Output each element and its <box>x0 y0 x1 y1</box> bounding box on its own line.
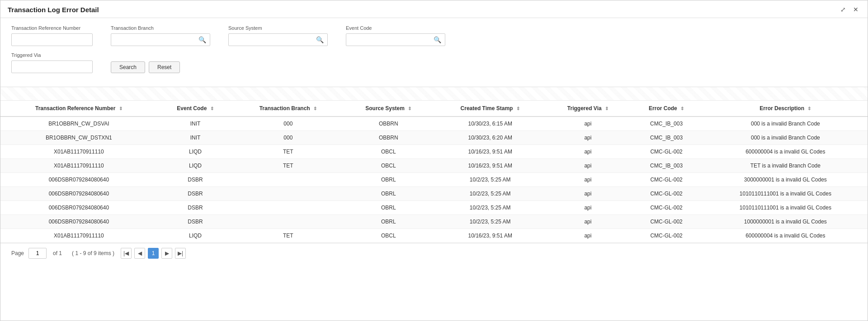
col-header-source: Source System ⇕ <box>343 101 434 116</box>
cell-trn: 006DSBR079284080640 <box>0 173 157 187</box>
sort-icon-trn[interactable]: ⇕ <box>119 106 123 111</box>
cell-triggered: api <box>546 215 629 229</box>
cell-triggered: api <box>546 201 629 215</box>
cell-error_desc: 600000004 is a invalid GL Codes <box>703 145 868 159</box>
source-input-wrapper: 🔍 <box>228 33 328 46</box>
col-header-event: Event Code ⇕ <box>157 101 234 116</box>
prev-page-button[interactable]: ◀ <box>134 248 145 259</box>
close-button[interactable]: ✕ <box>851 5 860 14</box>
cell-source: OBRL <box>343 187 434 201</box>
col-header-trn: Transaction Reference Number ⇕ <box>0 101 157 116</box>
table-row: X01AB11170911110LIQDTETOBCL10/16/23, 9:5… <box>0 229 868 243</box>
cell-trn: BR1OBBRN_CW_DSTXN1 <box>0 131 157 145</box>
cell-trn: X01AB11170911110 <box>0 229 157 243</box>
cell-error_code: CMC_IB_003 <box>630 116 703 131</box>
cell-source: OBRL <box>343 215 434 229</box>
cell-source: OBCL <box>343 229 434 243</box>
table-row: X01AB11170911110LIQDTETOBCL10/16/23, 9:5… <box>0 145 868 159</box>
first-page-button[interactable]: |◀ <box>121 248 132 259</box>
cell-branch: TET <box>233 229 343 243</box>
table-row: 006DSBR079284080640DSBROBRL10/2/23, 5:25… <box>0 201 868 215</box>
filter-group-event: Event Code 🔍 <box>346 25 445 46</box>
cell-error_desc: 1010110111001 is a invalid GL Codes <box>703 187 868 201</box>
cell-timestamp: 10/16/23, 9:51 AM <box>434 159 546 173</box>
table-row: 006DSBR079284080640DSBROBRL10/2/23, 5:25… <box>0 173 868 187</box>
branch-input-wrapper: 🔍 <box>111 33 210 46</box>
cell-triggered: api <box>546 229 629 243</box>
expand-button[interactable]: ⤢ <box>839 5 848 14</box>
sort-icon-event[interactable]: ⇕ <box>210 106 214 111</box>
cell-source: OBCL <box>343 159 434 173</box>
branch-input[interactable] <box>115 37 198 43</box>
current-page-button[interactable]: 1 <box>148 248 159 259</box>
event-search-icon[interactable]: 🔍 <box>433 36 442 43</box>
cell-trn: BR1OBBRN_CW_DSVAI <box>0 116 157 131</box>
cell-event_code: LIQD <box>157 159 234 173</box>
sort-icon-triggered[interactable]: ⇕ <box>605 106 609 111</box>
cell-triggered: api <box>546 145 629 159</box>
cell-error_code: CMC-GL-002 <box>630 229 703 243</box>
table-row: BR1OBBRN_CW_DSTXN1INIT000OBBRN10/30/23, … <box>0 131 868 145</box>
cell-source: OBBRN <box>343 131 434 145</box>
cell-trn: 006DSBR079284080640 <box>0 201 157 215</box>
table-row: X01AB11170911110LIQDTETOBCL10/16/23, 9:5… <box>0 159 868 173</box>
cell-timestamp: 10/2/23, 5:25 AM <box>434 187 546 201</box>
cell-trn: X01AB11170911110 <box>0 159 157 173</box>
source-input[interactable] <box>232 37 315 43</box>
col-header-error-code: Error Code ⇕ <box>630 101 703 116</box>
table-row: 006DSBR079284080640DSBROBRL10/2/23, 5:25… <box>0 187 868 201</box>
next-page-button[interactable]: ▶ <box>161 248 172 259</box>
cell-source: OBBRN <box>343 116 434 131</box>
cell-event_code: DSBR <box>157 173 234 187</box>
cell-timestamp: 10/2/23, 5:25 AM <box>434 215 546 229</box>
page-input[interactable] <box>28 248 47 259</box>
cell-branch <box>233 201 343 215</box>
cell-error_code: CMC-GL-002 <box>630 201 703 215</box>
page-info: ( 1 - 9 of 9 items ) <box>72 250 114 256</box>
sort-icon-error-desc[interactable]: ⇕ <box>807 106 811 111</box>
sort-icon-timestamp[interactable]: ⇕ <box>516 106 520 111</box>
sort-icon-error-code[interactable]: ⇕ <box>680 106 684 111</box>
cell-timestamp: 10/2/23, 5:25 AM <box>434 173 546 187</box>
cell-event_code: LIQD <box>157 145 234 159</box>
cell-triggered: api <box>546 159 629 173</box>
cell-error_desc: 3000000001 is a invalid GL Codes <box>703 173 868 187</box>
title-bar-actions: ⤢ ✕ <box>839 5 860 14</box>
sort-icon-branch[interactable]: ⇕ <box>313 106 317 111</box>
reset-button[interactable]: Reset <box>149 61 180 73</box>
cell-triggered: api <box>546 131 629 145</box>
cell-error_code: CMC-GL-002 <box>630 173 703 187</box>
window-title: Transaction Log Error Detail <box>8 6 99 14</box>
cell-timestamp: 10/30/23, 6:20 AM <box>434 131 546 145</box>
cell-event_code: DSBR <box>157 201 234 215</box>
cell-source: OBCL <box>343 145 434 159</box>
col-header-error-desc: Error Description ⇕ <box>703 101 868 116</box>
filters-section: Transaction Reference Number Transaction… <box>0 18 868 83</box>
branch-search-icon[interactable]: 🔍 <box>198 36 207 43</box>
triggered-label: Triggered Via <box>11 52 93 58</box>
of-label: of 1 <box>53 250 62 256</box>
table-row: BR1OBBRN_CW_DSVAIINIT000OBBRN10/30/23, 6… <box>0 116 868 131</box>
data-table: Transaction Reference Number ⇕ Event Cod… <box>0 101 868 243</box>
event-input[interactable] <box>350 37 433 43</box>
branch-label: Transaction Branch <box>111 25 210 31</box>
cell-timestamp: 10/16/23, 9:51 AM <box>434 145 546 159</box>
table-container: Transaction Reference Number ⇕ Event Cod… <box>0 101 868 243</box>
cell-error_desc: 1010110111001 is a invalid GL Codes <box>703 201 868 215</box>
trn-input[interactable] <box>11 33 93 46</box>
col-header-triggered: Triggered Via ⇕ <box>546 101 629 116</box>
button-row: Search Reset <box>111 61 180 73</box>
cell-error_code: CMC_IB_003 <box>630 159 703 173</box>
cell-branch: TET <box>233 145 343 159</box>
triggered-input[interactable] <box>11 60 93 73</box>
cell-error_code: CMC-GL-002 <box>630 215 703 229</box>
last-page-button[interactable]: ▶| <box>175 248 186 259</box>
cell-triggered: api <box>546 116 629 131</box>
cell-timestamp: 10/30/23, 6:15 AM <box>434 116 546 131</box>
cell-error_desc: TET is a invalid Branch Code <box>703 159 868 173</box>
cell-triggered: api <box>546 187 629 201</box>
source-search-icon[interactable]: 🔍 <box>315 36 325 43</box>
sort-icon-source[interactable]: ⇕ <box>408 106 411 111</box>
search-button[interactable]: Search <box>111 61 145 73</box>
cell-event_code: DSBR <box>157 215 234 229</box>
